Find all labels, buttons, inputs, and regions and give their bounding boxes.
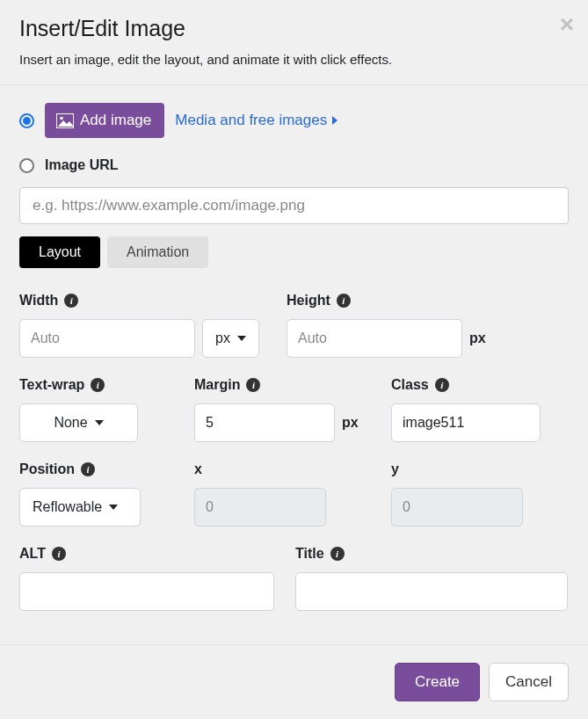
create-button[interactable]: Create [395, 663, 480, 701]
field-width: Width i px [19, 293, 274, 358]
chevron-down-icon [237, 336, 246, 341]
tab-layout[interactable]: Layout [19, 236, 100, 268]
media-free-images-link[interactable]: Media and free images [175, 112, 338, 129]
field-x: x [194, 461, 379, 527]
height-input[interactable] [287, 319, 462, 358]
info-icon[interactable]: i [64, 294, 78, 308]
modal-subtitle: Insert an image, edit the layout, and an… [19, 52, 569, 67]
margin-unit: px [342, 415, 359, 431]
tabs: Layout Animation [19, 236, 569, 268]
modal-header: Insert/Edit Image Insert an image, edit … [0, 0, 588, 85]
alt-input[interactable] [19, 572, 274, 611]
position-label: Position [19, 461, 75, 477]
insert-edit-image-modal: Insert/Edit Image Insert an image, edit … [0, 0, 588, 719]
title-label: Title [295, 546, 324, 562]
textwrap-select[interactable]: None [19, 403, 138, 442]
field-alt: ALT i [19, 546, 283, 611]
info-icon[interactable]: i [337, 294, 351, 308]
title-input[interactable] [295, 572, 568, 611]
class-input[interactable] [391, 403, 541, 442]
svg-point-1 [60, 116, 63, 120]
field-y: y [391, 461, 549, 527]
width-unit-label: px [215, 330, 230, 346]
textwrap-label: Text-wrap [19, 377, 84, 393]
info-icon[interactable]: i [435, 378, 449, 392]
field-class: Class i [391, 377, 549, 442]
field-position: Position i Reflowable [19, 461, 182, 527]
field-textwrap: Text-wrap i None [19, 377, 182, 442]
y-label: y [391, 461, 399, 477]
field-height: Height i px [287, 293, 550, 358]
margin-label: Margin [194, 377, 240, 393]
info-icon[interactable]: i [91, 378, 105, 392]
alt-label: ALT [19, 546, 46, 562]
radio-add-image[interactable] [19, 113, 34, 128]
width-input[interactable] [19, 319, 195, 358]
textwrap-value: None [54, 415, 87, 431]
field-title: Title i [295, 546, 559, 611]
field-margin: Margin i px [194, 377, 379, 442]
add-image-button[interactable]: Add image [45, 103, 164, 138]
class-label: Class [391, 377, 429, 393]
image-url-label: Image URL [45, 157, 119, 173]
radio-dot-icon [23, 117, 31, 125]
width-unit-select[interactable]: px [202, 319, 259, 358]
position-select[interactable]: Reflowable [19, 488, 141, 527]
modal-title: Insert/Edit Image [19, 16, 569, 41]
image-icon [56, 113, 74, 128]
x-label: x [194, 461, 202, 477]
height-unit: px [469, 330, 486, 346]
chevron-right-icon [332, 116, 338, 125]
close-icon[interactable]: × [560, 12, 574, 37]
radio-row-add-image: Add image Media and free images [19, 103, 569, 138]
width-label: Width [19, 293, 58, 309]
y-input [391, 488, 523, 527]
radio-row-image-url: Image URL [19, 157, 569, 173]
cancel-button[interactable]: Cancel [489, 663, 569, 701]
height-label: Height [287, 293, 330, 309]
radio-image-url[interactable] [19, 158, 34, 173]
info-icon[interactable]: i [330, 547, 345, 561]
chevron-down-icon [95, 420, 104, 425]
info-icon[interactable]: i [246, 378, 260, 392]
chevron-down-icon [109, 505, 118, 510]
modal-footer: Create Cancel [0, 644, 588, 719]
modal-body: Add image Media and free images Image UR… [0, 85, 588, 632]
media-link-label: Media and free images [175, 112, 327, 129]
x-input [194, 488, 326, 527]
info-icon[interactable]: i [81, 462, 95, 476]
position-value: Reflowable [33, 499, 102, 515]
layout-form: Width i px Height i [19, 293, 569, 611]
margin-input[interactable] [194, 403, 335, 442]
image-url-input[interactable] [19, 187, 569, 224]
tab-animation[interactable]: Animation [107, 236, 208, 268]
add-image-label: Add image [80, 112, 151, 129]
info-icon[interactable]: i [52, 547, 66, 561]
